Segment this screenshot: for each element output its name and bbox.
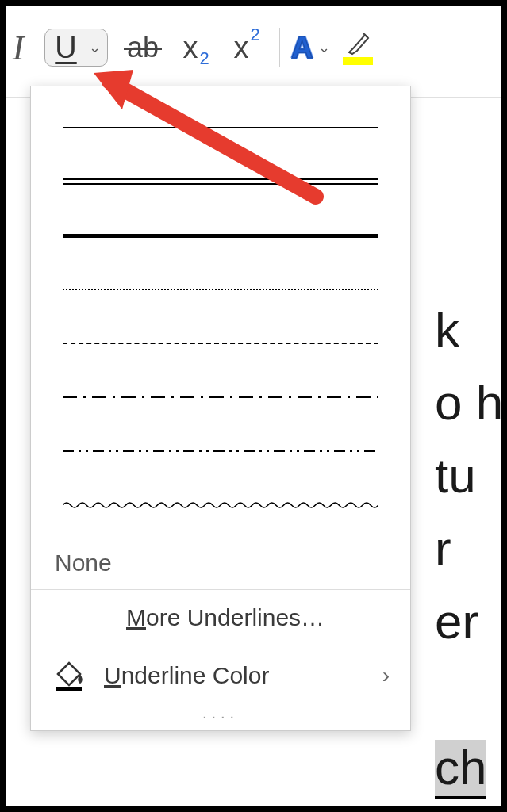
font-color-button[interactable]: A ⌄	[291, 22, 332, 73]
highlighter-icon	[346, 30, 370, 56]
more-underlines[interactable]: More Underlines…	[31, 590, 410, 645]
document-body[interactable]: k o h tu r er ch t	[435, 220, 503, 812]
formatting-toolbar: I U ⌄ ab x2 x2 A ⌄	[6, 6, 501, 98]
paint-bucket-icon	[52, 660, 88, 691]
superscript-n-label: 2	[250, 25, 259, 45]
underline-dash-dot-dot-preview	[63, 450, 378, 452]
font-color-icon: A	[291, 31, 313, 65]
underline-dashed[interactable]	[31, 316, 410, 370]
italic-button[interactable]: I	[6, 22, 30, 73]
doc-fragment: r	[435, 521, 451, 576]
chevron-right-icon: ›	[382, 663, 390, 688]
underline-style-list	[31, 86, 410, 538]
underline-dropdown: None More Underlines… Underline Color › …	[30, 86, 411, 731]
underline-single[interactable]	[31, 101, 410, 155]
doc-selected-text: ch	[435, 740, 486, 799]
doc-fragment: k	[435, 302, 459, 357]
subscript-button[interactable]: x2	[173, 22, 217, 73]
highlight-button[interactable]	[343, 22, 373, 73]
underline-button[interactable]: U	[50, 33, 82, 63]
superscript-button[interactable]: x2	[224, 22, 268, 73]
doc-fragment: o h	[435, 375, 503, 430]
underline-double[interactable]	[31, 155, 410, 209]
dropdown-grip[interactable]: ····	[31, 706, 410, 730]
underline-thick-preview	[63, 234, 378, 238]
underline-dashed-preview	[63, 343, 378, 344]
underline-color-label: Underline Color	[104, 662, 269, 689]
underline-dotted[interactable]	[31, 262, 410, 316]
underline-dotted-preview	[63, 289, 378, 290]
underline-split-button[interactable]: U ⌄	[44, 29, 108, 67]
chevron-down-icon[interactable]: ⌄	[86, 39, 102, 56]
underline-dash-dot-dot[interactable]	[31, 424, 410, 478]
underline-icon: U	[55, 33, 76, 63]
superscript-x-label: x	[233, 31, 248, 65]
underline-single-preview	[63, 127, 378, 128]
doc-fragment: er	[435, 594, 478, 649]
more-underlines-label: More Underlines…	[126, 604, 325, 631]
underline-dash-dot[interactable]	[31, 370, 410, 424]
underline-none[interactable]: None	[31, 538, 410, 589]
underline-dash-dot-preview	[63, 396, 378, 398]
strikethrough-button[interactable]: ab	[119, 22, 167, 73]
doc-fragment: tu	[435, 448, 476, 503]
subscript-n-label: 2	[199, 48, 209, 69]
chevron-down-icon[interactable]: ⌄	[316, 39, 332, 56]
underline-wave[interactable]	[31, 478, 410, 532]
highlight-color-swatch	[343, 57, 373, 65]
underline-color[interactable]: Underline Color ›	[31, 645, 410, 706]
underline-thick[interactable]	[31, 209, 410, 262]
subscript-x-label: x	[182, 31, 198, 65]
svg-rect-0	[56, 687, 82, 691]
toolbar-divider	[279, 28, 280, 67]
strikethrough-icon: ab	[127, 31, 159, 64]
underline-double-preview	[63, 178, 378, 185]
underline-wave-preview	[63, 500, 378, 510]
